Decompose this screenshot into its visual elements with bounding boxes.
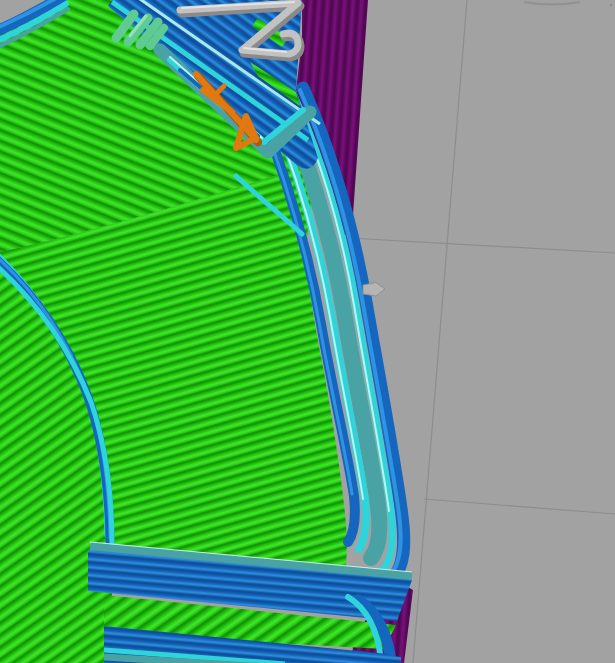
distant-dot <box>610 4 612 6</box>
slicer-3d-viewport[interactable] <box>0 0 615 663</box>
slicer-preview-window <box>0 0 615 663</box>
